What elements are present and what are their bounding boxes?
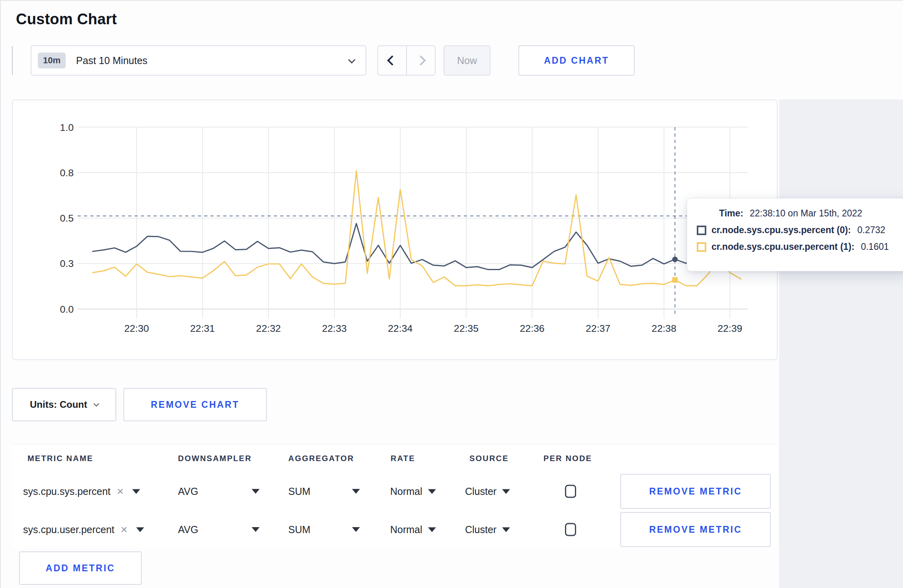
tooltip-series-row: cr.node.sys.cpu.sys.percent (0): 0.2732 [697, 225, 903, 236]
caret-down-icon [502, 489, 510, 494]
y-axis-tick-label: 0.0 [60, 304, 74, 315]
column-header-downsampler: DOWNSAMPLER [178, 454, 252, 463]
column-header-per-node: PER NODE [543, 454, 592, 463]
column-header-aggregator: AGGREGATOR [288, 454, 354, 463]
clear-metric-icon[interactable]: × [117, 486, 124, 497]
add-chart-button[interactable]: ADD CHART [518, 45, 635, 76]
metric-name-select[interactable]: sys.cpu.sys.percent × [23, 486, 140, 497]
downsampler-value: AVG [178, 524, 198, 535]
window-left-edge [0, 0, 1, 588]
column-header-source: SOURCE [469, 454, 509, 463]
aggregator-value: SUM [288, 486, 311, 497]
rate-value: Normal [390, 486, 422, 497]
downsampler-value: AVG [178, 486, 198, 497]
per-node-checkbox[interactable] [565, 523, 576, 536]
caret-down-icon [428, 527, 436, 532]
metric-name-value: sys.cpu.sys.percent [23, 486, 111, 497]
downsampler-select[interactable]: AVG [178, 524, 198, 535]
clear-metric-icon[interactable]: × [121, 524, 127, 535]
page-title: Custom Chart [16, 11, 117, 28]
metric-name-value: sys.cpu.user.percent [23, 524, 114, 535]
rate-select[interactable]: Normal [390, 486, 436, 497]
aggregator-select[interactable]: SUM [288, 524, 311, 535]
time-back-button[interactable] [377, 45, 407, 76]
tooltip-series-value: 0.1601 [861, 241, 889, 252]
x-axis-tick-label: 22:35 [454, 323, 479, 334]
metrics-table: METRIC NAME DOWNSAMPLER AGGREGATOR RATE … [12, 444, 778, 549]
metric-row: sys.cpu.sys.percent × AVG SUM Normal Clu… [12, 472, 778, 510]
caret-down-icon [502, 527, 510, 532]
chevron-down-icon [348, 56, 355, 63]
page-right-gutter [779, 99, 903, 588]
chevron-down-icon [94, 401, 99, 407]
x-axis-tick-label: 22:32 [256, 323, 281, 334]
column-header-rate: RATE [391, 454, 415, 463]
x-axis-tick-label: 22:38 [652, 323, 676, 334]
aggregator-value: SUM [288, 524, 311, 535]
tooltip-time-value: 22:38:10 on Mar 15th, 2022 [750, 208, 862, 219]
chevron-left-icon [387, 55, 397, 65]
column-header-metric-name: METRIC NAME [27, 454, 93, 463]
time-forward-button[interactable] [407, 45, 436, 76]
caret-down-icon[interactable] [352, 527, 360, 532]
series-line-user-percent [93, 171, 741, 286]
time-range-dropdown[interactable]: 10m Past 10 Minutes [31, 45, 366, 76]
chart-hover-tooltip: Time: 22:38:10 on Mar 15th, 2022 cr.node… [687, 198, 903, 271]
units-dropdown[interactable]: Units: Count [12, 388, 116, 421]
rate-value: Normal [390, 524, 422, 535]
downsampler-select[interactable]: AVG [178, 486, 198, 497]
remove-metric-button[interactable]: REMOVE METRIC [620, 474, 771, 509]
source-select[interactable]: Cluster [465, 524, 510, 535]
y-axis-tick-label: 0.8 [60, 167, 74, 178]
tooltip-time-row: Time: 22:38:10 on Mar 15th, 2022 [697, 208, 903, 219]
user-percent-swatch-icon [697, 242, 706, 252]
tooltip-time-label: Time: [719, 208, 743, 219]
add-metric-button[interactable]: ADD METRIC [19, 551, 142, 585]
caret-down-icon[interactable] [252, 489, 260, 494]
x-axis-tick-label: 22:39 [717, 323, 742, 334]
source-value: Cluster [465, 486, 496, 497]
custom-chart-card[interactable]: 0.00.30.50.81.022:3022:3122:3222:3322:34… [12, 99, 778, 360]
caret-down-icon [428, 489, 436, 494]
chevron-right-icon [416, 55, 426, 65]
now-button[interactable]: Now [444, 45, 491, 76]
x-axis-tick-label: 22:31 [190, 323, 215, 334]
tooltip-series-label: cr.node.sys.cpu.sys.percent (0): [711, 225, 851, 236]
metric-row: sys.cpu.user.percent × AVG SUM Normal Cl… [12, 510, 778, 549]
source-select[interactable]: Cluster [465, 486, 510, 497]
remove-chart-button[interactable]: REMOVE CHART [123, 388, 267, 421]
caret-down-icon[interactable] [252, 527, 260, 532]
caret-down-icon[interactable] [136, 527, 144, 532]
hover-marker-user [672, 277, 678, 283]
hover-marker-sys [672, 257, 678, 262]
y-axis-tick-label: 1.0 [60, 122, 74, 133]
per-node-checkbox[interactable] [565, 485, 576, 498]
x-axis-tick-label: 22:33 [322, 323, 347, 334]
metrics-table-header: METRIC NAME DOWNSAMPLER AGGREGATOR RATE … [12, 444, 778, 472]
time-nav-group [377, 45, 436, 76]
caret-down-icon[interactable] [352, 489, 360, 494]
aggregator-select[interactable]: SUM [288, 486, 311, 497]
x-axis-tick-label: 22:34 [388, 323, 412, 334]
y-axis-tick-label: 0.3 [60, 258, 74, 269]
tooltip-series-value: 0.2732 [857, 225, 885, 236]
x-axis-tick-label: 22:30 [124, 323, 149, 334]
x-axis-tick-label: 22:36 [520, 323, 544, 334]
remove-metric-button[interactable]: REMOVE METRIC [620, 512, 771, 547]
toolbar-divider [12, 46, 13, 75]
tooltip-series-label: cr.node.sys.cpu.user.percent (1): [711, 241, 854, 252]
rate-select[interactable]: Normal [390, 524, 436, 535]
metric-name-select[interactable]: sys.cpu.user.percent × [23, 524, 144, 535]
time-range-badge: 10m [38, 53, 66, 68]
caret-down-icon[interactable] [132, 489, 140, 494]
source-value: Cluster [465, 524, 496, 535]
window-top-edge [0, 0, 903, 1]
x-axis-tick-label: 22:37 [586, 323, 610, 334]
units-label: Units: Count [30, 399, 87, 410]
time-range-label: Past 10 Minutes [76, 55, 147, 66]
y-axis-tick-label: 0.5 [60, 213, 74, 224]
sys-percent-swatch-icon [697, 226, 706, 235]
tooltip-series-row: cr.node.sys.cpu.user.percent (1): 0.1601 [697, 241, 903, 252]
